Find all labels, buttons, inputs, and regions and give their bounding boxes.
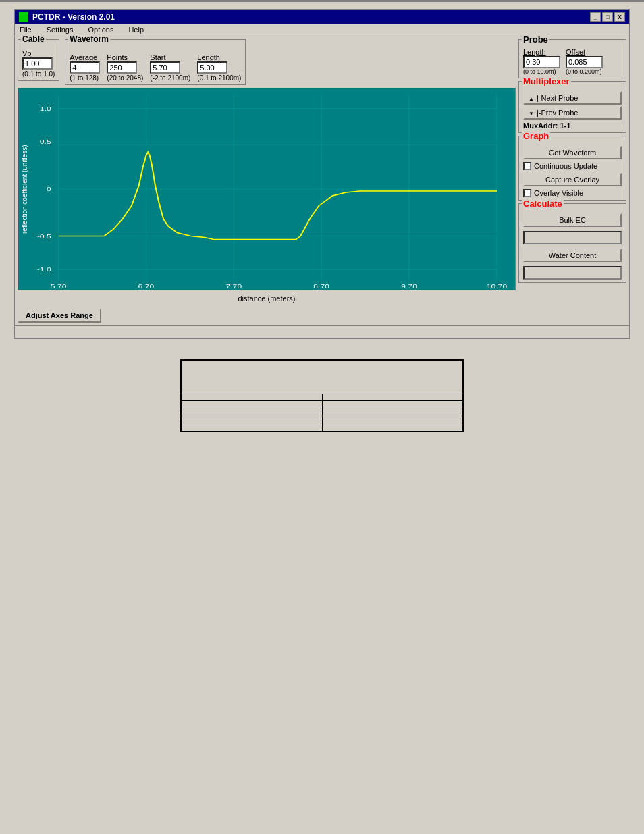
svg-text:-1.0: -1.0 <box>37 266 51 273</box>
table-header-row <box>181 394 463 400</box>
bulk-ec-result <box>523 231 622 244</box>
average-param: Average (1 to 128) <box>70 49 100 82</box>
close-button[interactable]: X <box>614 12 625 22</box>
arrow-up-icon <box>529 94 534 102</box>
menu-file[interactable]: File <box>18 25 34 34</box>
table-cell <box>181 400 322 407</box>
continuous-update-label: Continuous Update <box>534 162 597 170</box>
length-input[interactable] <box>197 61 227 74</box>
minimize-button[interactable]: _ <box>590 12 601 22</box>
table-cell <box>322 400 463 407</box>
table-header-col2 <box>322 394 463 400</box>
table-cell <box>322 407 463 413</box>
svg-text:0: 0 <box>47 186 51 192</box>
points-range: (20 to 2048) <box>107 74 143 82</box>
calculate-section: Calculate Bulk EC Water Content <box>518 203 626 283</box>
overlay-visible-row: Overlay Visible <box>523 189 622 197</box>
adjust-axes-button[interactable]: Adjust Axes Range <box>18 308 101 323</box>
y-axis-label: reflection coefficient (unitless) <box>18 88 31 290</box>
multiplexer-group: Multiplexer |-Next Probe |-Prev Probe Mu… <box>518 81 626 133</box>
start-range: (-2 to 2100m) <box>150 74 190 82</box>
app-icon <box>19 12 28 22</box>
probe-length-input[interactable] <box>523 56 560 68</box>
cable-group: Cable Vp (0.1 to 1.0) <box>18 39 59 81</box>
lower-section <box>180 359 464 432</box>
graph-section-title: Graph <box>522 131 550 141</box>
next-probe-button[interactable]: |-Next Probe <box>523 91 622 105</box>
calculate-title: Calculate <box>522 199 564 209</box>
left-panel: Cable Vp (0.1 to 1.0) Waveform Averag <box>18 39 516 323</box>
table-title-cell <box>181 360 463 394</box>
graph-inner: 1.0 0.5 0 -0.5 -1.0 5.70 6.70 7.70 8.70 … <box>31 88 515 290</box>
table-cell <box>181 419 322 425</box>
probe-offset-input[interactable] <box>566 56 603 68</box>
table-header-col1 <box>181 394 322 400</box>
prev-probe-label: |-Prev Probe <box>537 109 579 117</box>
prev-probe-button[interactable]: |-Prev Probe <box>523 106 622 120</box>
points-input[interactable] <box>107 61 137 74</box>
waveform-title: Waveform <box>68 34 110 44</box>
vp-range: (0.1 to 1.0) <box>22 70 55 78</box>
capture-overlay-button[interactable]: Capture Overlay <box>523 173 622 186</box>
probe-offset-range: (0 to 0.200m) <box>566 68 603 75</box>
table-cell <box>322 419 463 425</box>
svg-text:7.70: 7.70 <box>225 283 242 290</box>
length-range: (0.1 to 2100m) <box>197 74 241 82</box>
graph-container: reflection coefficient (unitless) <box>18 88 516 290</box>
vp-input[interactable] <box>22 57 53 70</box>
continuous-update-checkbox[interactable] <box>523 162 531 170</box>
probe-length-label: Length <box>523 48 560 56</box>
probe-title: Probe <box>522 34 549 45</box>
probe-length-param: Length (0 to 10.0m) <box>523 48 560 75</box>
continuous-update-row: Continuous Update <box>523 162 622 170</box>
mux-addr: MuxAddr: 1-1 <box>523 122 622 130</box>
water-content-result <box>523 266 622 280</box>
arrow-down-icon <box>529 109 534 117</box>
table-row <box>181 407 463 413</box>
vp-label: Vp <box>22 49 55 57</box>
cable-title: Cable <box>21 34 46 44</box>
app-window: PCTDR - Version 2.01 _ □ X File Settings… <box>14 9 630 339</box>
average-range: (1 to 128) <box>70 74 100 82</box>
points-label: Points <box>107 53 143 61</box>
menu-help[interactable]: Help <box>126 25 146 34</box>
table-cell <box>181 413 322 419</box>
window-title: PCTDR - Version 2.01 <box>32 12 115 22</box>
probe-length-range: (0 to 10.0m) <box>523 68 560 75</box>
average-label: Average <box>70 53 100 61</box>
main-content: Cable Vp (0.1 to 1.0) Waveform Averag <box>15 36 629 325</box>
title-bar: PCTDR - Version 2.01 _ □ X <box>15 10 629 24</box>
table-row <box>181 425 463 432</box>
table-cell <box>181 425 322 432</box>
svg-text:6.70: 6.70 <box>138 283 155 290</box>
points-param: Points (20 to 2048) <box>107 49 143 82</box>
bulk-ec-button[interactable]: Bulk EC <box>523 213 622 227</box>
menu-settings[interactable]: Settings <box>45 25 76 34</box>
table-cell <box>322 425 463 432</box>
water-content-button[interactable]: Water Content <box>523 249 622 262</box>
maximize-button[interactable]: □ <box>602 12 613 22</box>
graph-svg: 1.0 0.5 0 -0.5 -1.0 5.70 6.70 7.70 8.70 … <box>31 88 515 290</box>
window-controls: _ □ X <box>590 12 625 22</box>
table-row <box>181 413 463 419</box>
get-waveform-button[interactable]: Get Waveform <box>523 146 622 159</box>
status-bar <box>15 325 629 338</box>
start-label: Start <box>150 53 190 61</box>
menu-options[interactable]: Options <box>86 25 115 34</box>
overlay-visible-label: Overlay Visible <box>534 189 583 197</box>
average-input[interactable] <box>70 61 100 74</box>
waveform-group: Waveform Average (1 to 128) Points <box>65 39 246 85</box>
next-probe-label: |-Next Probe <box>537 94 579 102</box>
svg-text:0.5: 0.5 <box>40 138 51 145</box>
probe-offset-label: Offset <box>566 48 603 56</box>
start-param: Start (-2 to 2100m) <box>150 49 190 82</box>
table-title-row <box>181 360 463 394</box>
svg-text:8.70: 8.70 <box>313 283 329 290</box>
overlay-visible-checkbox[interactable] <box>523 189 531 197</box>
table-cell <box>181 407 322 413</box>
length-label: Length <box>197 53 241 61</box>
table-row <box>181 400 463 407</box>
probe-group: Probe Length (0 to 10.0m) Offset (0 to 0… <box>518 39 626 78</box>
start-input[interactable] <box>150 61 180 74</box>
table-cell <box>322 413 463 419</box>
